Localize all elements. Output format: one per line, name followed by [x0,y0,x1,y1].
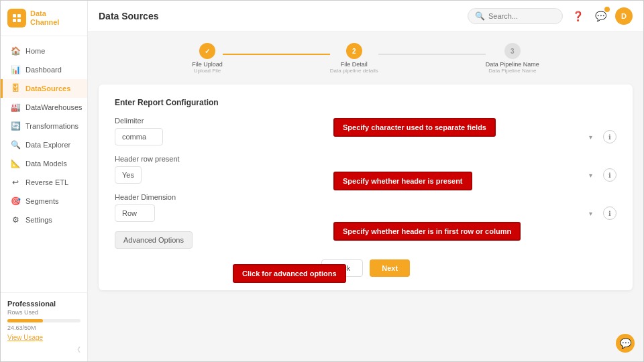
usage-bar-fill [7,319,43,322]
sidebar-label-dashboard: Dashboard [25,66,62,74]
back-button[interactable]: Back [321,259,363,277]
sidebar-label-datasources: DataSources [25,84,70,93]
sidebar: DataChannel 🏠 Home 📊 Dashboard 🗄 DataSou… [1,1,88,361]
delimiter-select-wrapper: comma semicolon tab pipe [115,128,598,145]
home-icon: 🏠 [11,46,20,56]
logo-icon [7,9,26,27]
form-card: Enter Report Configuration Delimiter com… [99,84,633,290]
collapse-sidebar-button[interactable]: 《 [7,345,80,355]
sidebar-label-reverse-etl: Reverse ETL [25,178,68,186]
reverse-etl-icon: ↩ [11,178,20,187]
header-row-group: Header row present Yes No ℹ [115,155,616,184]
sidebar-label-segments: Segments [25,197,59,205]
header-dimension-select-wrapper: Row Column [115,204,598,222]
notifications-icon[interactable]: 💬 [592,8,608,24]
search-icon: 🔍 [475,11,485,21]
svg-rect-2 [13,19,16,22]
data-explorer-icon: 🔍 [11,140,20,149]
step-sublabel-3: Data Pipeline Name [488,68,536,74]
avatar[interactable]: D [615,7,633,25]
connector-2 [378,54,486,55]
sidebar-item-dashboard[interactable]: 📊 Dashboard [1,60,87,79]
transformations-icon: 🔄 [11,121,20,131]
sidebar-label-home: Home [25,47,45,55]
header-dimension-info-icon[interactable]: ℹ [603,206,616,220]
sidebar-item-data-models[interactable]: 📐 Data Models [1,154,87,173]
page-header: Data Sources 🔍 ❓ 💬 D [88,1,643,32]
header-dimension-group: Header Dimension Row Column ℹ [115,193,616,222]
step-label-1: File Upload [192,61,223,68]
logo: DataChannel [1,1,87,36]
rows-used-label: Rows Used [7,309,80,316]
search-box[interactable]: 🔍 [468,8,563,24]
delimiter-row: comma semicolon tab pipe ℹ [115,128,616,145]
page-title: Data Sources [99,11,158,21]
sidebar-label-data-models: Data Models [25,160,67,168]
step-circle-1: ✓ [199,43,215,59]
sidebar-item-settings[interactable]: ⚙ Settings [1,210,87,229]
stepper: ✓ File Upload Upload File 2 File Detail … [99,43,633,74]
sidebar-item-reverse-etl[interactable]: ↩ Reverse ETL [1,173,87,192]
sidebar-item-segments[interactable]: 🎯 Segments [1,192,87,210]
segments-icon: 🎯 [11,196,20,206]
header-dimension-select[interactable]: Row Column [115,204,155,222]
header-dimension-row: Row Column ℹ [115,204,616,222]
form-card-wrapper: Enter Report Configuration Delimiter com… [99,84,633,290]
header-dimension-label: Header Dimension [115,193,616,201]
usage-text: 24.63/50M [7,324,80,331]
next-button[interactable]: Next [370,259,410,277]
search-input[interactable] [488,12,555,20]
usage-bar [7,319,80,322]
step-circle-3: 3 [504,43,521,59]
sidebar-label-settings: Settings [25,216,52,224]
sidebar-label-data-explorer: Data Explorer [25,141,70,149]
step-label-2: File Detail [341,61,368,68]
sidebar-label-datawarehouses: DataWarehouses [25,103,83,111]
step-pipeline-name: 3 Data Pipeline Name Data Pipeline Name [486,43,539,74]
step-label-3: Data Pipeline Name [486,61,539,68]
sidebar-item-datasources[interactable]: 🗄 DataSources [1,79,87,98]
view-usage-link[interactable]: View Usage [7,334,80,341]
connector-1 [223,54,330,55]
header-right: 🔍 ❓ 💬 D [468,7,633,25]
data-models-icon: 📐 [11,159,20,168]
header-row-row: Yes No ℹ [115,166,616,184]
form-section-title: Enter Report Configuration [115,98,616,107]
main-area: Data Sources 🔍 ❓ 💬 D ✓ File Up [88,1,643,361]
help-icon[interactable]: ❓ [570,8,586,24]
sidebar-item-datawarehouses[interactable]: 🏭 DataWarehouses [1,98,87,117]
sidebar-footer: Professsional Rows Used 24.63/50M View U… [1,292,87,361]
advanced-options-button[interactable]: Advanced Options [115,231,193,249]
sidebar-item-transformations[interactable]: 🔄 Transformations [1,117,87,135]
delimiter-info-icon[interactable]: ℹ [603,130,616,143]
svg-rect-1 [17,14,21,17]
sidebar-item-data-explorer[interactable]: 🔍 Data Explorer [1,135,87,154]
svg-rect-0 [13,14,16,17]
sidebar-item-home[interactable]: 🏠 Home [1,42,87,60]
settings-icon: ⚙ [11,215,20,225]
sidebar-label-transformations: Transformations [25,122,78,130]
bottom-bar: Back Next [115,259,616,277]
logo-text: DataChannel [30,9,59,27]
header-row-label: Header row present [115,155,616,163]
datasources-icon: 🗄 [11,84,20,93]
header-row-info-icon[interactable]: ℹ [603,168,616,182]
plan-label: Professsional [7,300,80,308]
step-circle-2: 2 [346,43,362,59]
delimiter-label: Delimiter [115,117,616,125]
delimiter-group: Delimiter comma semicolon tab pipe ℹ [115,117,616,145]
page-content: ✓ File Upload Upload File 2 File Detail … [88,32,643,361]
delimiter-select[interactable]: comma semicolon tab pipe [115,128,163,145]
chat-bubble-button[interactable]: 💬 [616,334,635,353]
svg-rect-3 [17,19,21,22]
step-sublabel-1: Upload File [194,68,221,74]
header-row-select[interactable]: Yes No [115,166,142,184]
dashboard-icon: 📊 [11,65,20,74]
step-file-upload: ✓ File Upload Upload File [192,43,223,74]
step-file-detail: 2 File Detail Data pipeline details [330,43,378,74]
step-sublabel-2: Data pipeline details [330,68,378,74]
header-row-select-wrapper: Yes No [115,166,598,184]
sidebar-nav: 🏠 Home 📊 Dashboard 🗄 DataSources 🏭 DataW… [1,36,87,292]
datawarehouses-icon: 🏭 [11,103,20,112]
